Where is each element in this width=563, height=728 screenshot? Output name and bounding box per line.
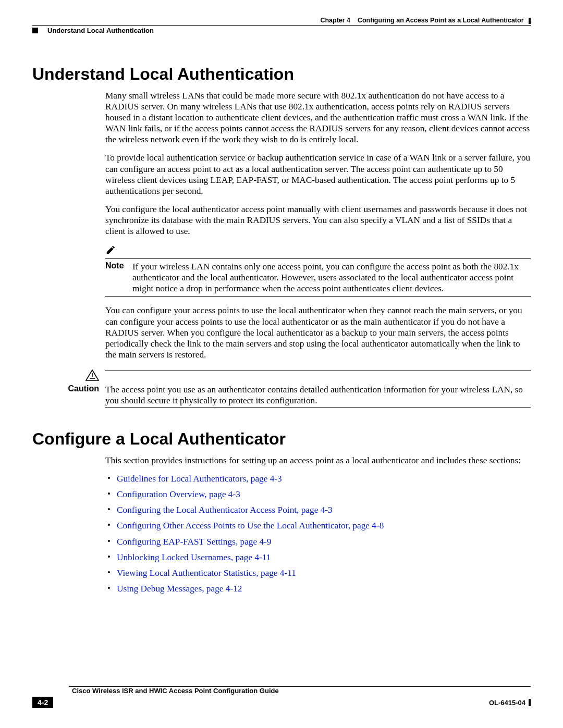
caution-label: Caution — [68, 384, 99, 393]
xref-link[interactable]: Configuring the Local Authenticator Acce… — [117, 505, 333, 515]
xref-link[interactable]: Configuring EAP-FAST Settings, page 4-9 — [117, 537, 272, 547]
chapter-label: Chapter 4 — [320, 17, 350, 24]
section-heading-understand: Understand Local Authentication — [32, 65, 531, 84]
document-id: OL-6415-04 — [489, 699, 525, 707]
page-footer: Cisco Wireless ISR and HWIC Access Point… — [32, 686, 531, 708]
chapter-title: Configuring an Access Point as a Local A… — [358, 17, 524, 24]
list-item: Configuring the Local Authenticator Acce… — [105, 504, 531, 515]
note-text: If your wireless LAN contains only one a… — [132, 261, 531, 294]
header-end-bar-icon — [529, 18, 531, 24]
list-item: Configuring EAP-FAST Settings, page 4-9 — [105, 536, 531, 547]
xref-link[interactable]: Using Debug Messages, page 4-12 — [117, 584, 242, 594]
caution-rule-bottom — [105, 407, 531, 408]
list-item: Configuring Other Access Points to Use t… — [105, 520, 531, 531]
note-block: Note If your wireless LAN contains only … — [105, 244, 531, 297]
note-rule-bottom — [105, 296, 531, 297]
section-heading-configure: Configure a Local Authenticator — [32, 429, 531, 449]
list-item: Configuration Overview, page 4-3 — [105, 489, 531, 500]
caution-block: Caution The access point you use as an a… — [32, 369, 531, 410]
paragraph: This section provides instructions for s… — [105, 455, 531, 466]
list-item: Unblocking Locked Usernames, page 4-11 — [105, 552, 531, 563]
paragraph: You configure the local authenticator ac… — [105, 204, 531, 237]
list-item: Using Debug Messages, page 4-12 — [105, 583, 531, 594]
note-label: Note — [105, 261, 132, 270]
caution-triangle-icon — [85, 369, 99, 383]
xref-link[interactable]: Configuration Overview, page 4-3 — [117, 489, 240, 499]
guide-title: Cisco Wireless ISR and HWIC Access Point… — [72, 687, 279, 695]
paragraph: Many small wireless LANs that could be m… — [105, 90, 531, 145]
paragraph: You can configure your access points to … — [105, 305, 531, 360]
caution-text: The access point you use as an authentic… — [105, 384, 531, 406]
running-head-text: Understand Local Authentication — [47, 27, 154, 34]
xref-link[interactable]: Unblocking Locked Usernames, page 4-11 — [117, 552, 271, 562]
list-item: Viewing Local Authenticator Statistics, … — [105, 567, 531, 578]
list-item: Guidelines for Local Authenticators, pag… — [105, 473, 531, 484]
xref-link[interactable]: Configuring Other Access Points to Use t… — [117, 521, 384, 530]
note-pencil-icon — [105, 244, 531, 258]
xref-link[interactable]: Viewing Local Authenticator Statistics, … — [117, 568, 296, 578]
running-head-row: Understand Local Authentication — [32, 27, 531, 34]
page-number-badge: 4-2 — [32, 697, 53, 708]
footer-end-bar-icon — [529, 699, 531, 706]
note-rule-top — [105, 258, 531, 259]
caution-rule-top — [105, 371, 531, 371]
page-header-right: Chapter 4 Configuring an Access Point as… — [32, 17, 531, 24]
section-link-list: Guidelines for Local Authenticators, pag… — [105, 473, 531, 594]
xref-link[interactable]: Guidelines for Local Authenticators, pag… — [117, 474, 282, 484]
paragraph: To provide local authentication service … — [105, 152, 531, 196]
square-bullet-icon — [32, 28, 38, 33]
